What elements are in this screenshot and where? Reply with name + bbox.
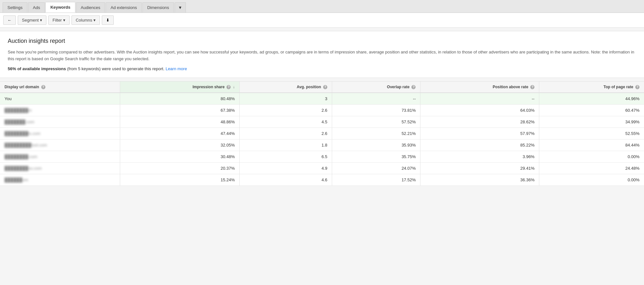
col-header-avg-position-label: Avg. position: [297, 85, 321, 89]
cell-overlap-rate: 52.21%: [332, 128, 420, 139]
back-button[interactable]: ←: [3, 15, 16, 25]
cell-position-above-rate: --: [420, 93, 539, 105]
col-header-position-above-label: Position above rate: [493, 85, 528, 89]
impressions-rest: (from 5 keywords) were used to generate …: [66, 66, 165, 71]
cell-position-above-rate: 57.97%: [420, 128, 539, 139]
cell-avg-position: 3: [239, 93, 332, 105]
col-header-position-above-rate: Position above rate ?: [420, 81, 539, 93]
cell-overlap-rate: 57.52%: [332, 116, 420, 128]
filter-button[interactable]: Filter ▾: [48, 15, 70, 25]
cell-impression-share: 15.24%: [120, 174, 239, 185]
tab-dimensions[interactable]: Dimensions: [142, 2, 174, 13]
cell-overlap-rate: 35.75%: [332, 151, 420, 162]
columns-label: Columns: [76, 18, 92, 23]
cell-impression-share: 80.48%: [120, 93, 239, 105]
col-header-overlap-rate: Overlap rate ?: [332, 81, 420, 93]
report-description: See how you're performing compared to ot…: [8, 49, 636, 62]
col-header-top-of-page-rate: Top of page rate ?: [539, 81, 644, 93]
table-row: ███████.com48.86%4.557.52%28.62%34.99%: [0, 116, 644, 128]
cell-domain: ███████.com: [0, 116, 120, 128]
cell-avg-position: 4.5: [239, 116, 332, 128]
cell-position-above-rate: 28.62%: [420, 116, 539, 128]
col-header-impression-share: Impression share ? ↓: [120, 81, 239, 93]
filter-label: Filter: [53, 18, 62, 23]
report-title: Auction insights report: [8, 38, 636, 44]
table-row: ██████om15.24%4.617.52%36.36%0.00%: [0, 174, 644, 185]
tab-settings[interactable]: Settings: [3, 2, 27, 13]
cell-overlap-rate: --: [332, 93, 420, 105]
cell-top-of-page-rate: 0.00%: [539, 174, 644, 185]
cell-overlap-rate: 24.07%: [332, 162, 420, 174]
table-row: █████████tool.com32.05%1.835.93%85.22%84…: [0, 139, 644, 151]
tab-keywords[interactable]: Keywords: [45, 2, 75, 13]
col-header-domain-label: Display url domain: [5, 85, 39, 89]
tab-ad-extensions[interactable]: Ad extensions: [106, 2, 142, 13]
cell-impression-share: 20.37%: [120, 162, 239, 174]
col-header-overlap-label: Overlap rate: [387, 85, 409, 89]
overlap-help-icon[interactable]: ?: [411, 85, 416, 89]
cell-domain: ████████so.com: [0, 162, 120, 174]
cell-domain: ████████m: [0, 104, 120, 116]
cell-position-above-rate: 64.03%: [420, 104, 539, 116]
columns-chevron-icon: ▾: [93, 18, 96, 23]
cell-avg-position: 2.6: [239, 104, 332, 116]
cell-top-of-page-rate: 52.55%: [539, 128, 644, 139]
cell-avg-position: 4.6: [239, 174, 332, 185]
cell-top-of-page-rate: 24.48%: [539, 162, 644, 174]
cell-top-of-page-rate: 44.96%: [539, 93, 644, 105]
learn-more-link[interactable]: Learn more: [166, 66, 187, 71]
cell-position-above-rate: 36.36%: [420, 174, 539, 185]
cell-top-of-page-rate: 34.99%: [539, 116, 644, 128]
cell-domain: ████████ls.com: [0, 128, 120, 139]
avg-position-help-icon[interactable]: ?: [323, 85, 327, 89]
cell-overlap-rate: 35.93%: [332, 139, 420, 151]
cell-domain: ████████.com: [0, 151, 120, 162]
cell-avg-position: 6.5: [239, 151, 332, 162]
domain-help-icon[interactable]: ?: [41, 85, 45, 89]
segment-label: Segment: [22, 18, 39, 23]
download-button[interactable]: ⬇: [102, 15, 114, 25]
col-header-top-page-label: Top of page rate: [603, 85, 633, 89]
auction-insights-table: Display url domain ? Impression share ? …: [0, 81, 644, 186]
top-page-help-icon[interactable]: ?: [635, 85, 639, 89]
chevron-down-icon: ▼: [178, 5, 182, 10]
cell-domain: █████████tool.com: [0, 139, 120, 151]
table-row: ████████m67.38%2.673.81%64.03%60.47%: [0, 104, 644, 116]
position-above-help-icon[interactable]: ?: [530, 85, 534, 89]
cell-position-above-rate: 29.41%: [420, 162, 539, 174]
cell-domain: You: [0, 93, 120, 105]
table-row: You80.48%3----44.96%: [0, 93, 644, 105]
cell-avg-position: 2.6: [239, 128, 332, 139]
cell-overlap-rate: 17.52%: [332, 174, 420, 185]
tab-more-button[interactable]: ▼: [175, 2, 186, 13]
tab-audiences[interactable]: Audiences: [76, 2, 105, 13]
cell-impression-share: 48.86%: [120, 116, 239, 128]
col-header-domain: Display url domain ?: [0, 81, 120, 93]
table-container: Display url domain ? Impression share ? …: [0, 81, 644, 186]
cell-impression-share: 67.38%: [120, 104, 239, 116]
cell-position-above-rate: 3.96%: [420, 151, 539, 162]
col-header-avg-position: Avg. position ?: [239, 81, 332, 93]
impression-help-icon[interactable]: ?: [226, 85, 231, 89]
toolbar: ← Segment ▾ Filter ▾ Columns ▾ ⬇: [0, 13, 644, 28]
table-row: ████████ls.com47.44%2.652.21%57.97%52.55…: [0, 128, 644, 139]
cell-avg-position: 1.8: [239, 139, 332, 151]
cell-domain: ██████om: [0, 174, 120, 185]
table-row: ████████so.com20.37%4.924.07%29.41%24.48…: [0, 162, 644, 174]
info-panel: Auction insights report See how you're p…: [0, 31, 644, 78]
col-header-impression-label: Impression share: [193, 85, 225, 89]
cell-impression-share: 30.48%: [120, 151, 239, 162]
segment-chevron-icon: ▾: [40, 18, 42, 23]
impressions-bold: 56% of available impressions: [8, 66, 66, 71]
segment-button[interactable]: Segment ▾: [18, 15, 46, 25]
columns-button[interactable]: Columns ▾: [72, 15, 100, 25]
tab-ads[interactable]: Ads: [28, 2, 45, 13]
cell-position-above-rate: 85.22%: [420, 139, 539, 151]
impressions-text: 56% of available impressions (from 5 key…: [8, 66, 636, 71]
cell-top-of-page-rate: 60.47%: [539, 104, 644, 116]
cell-impression-share: 47.44%: [120, 128, 239, 139]
filter-chevron-icon: ▾: [63, 18, 65, 23]
sort-desc-icon: ↓: [233, 85, 235, 89]
table-header-row: Display url domain ? Impression share ? …: [0, 81, 644, 93]
cell-top-of-page-rate: 0.00%: [539, 151, 644, 162]
